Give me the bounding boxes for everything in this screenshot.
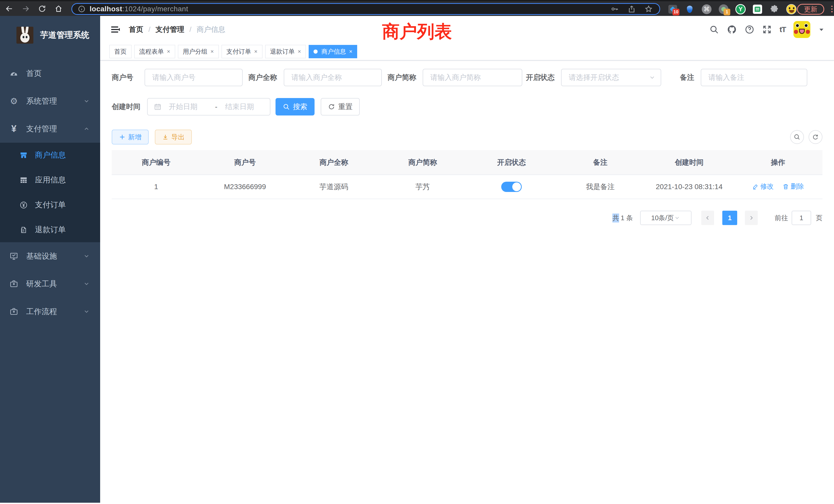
font-size-icon[interactable]: tT	[780, 25, 786, 34]
table-row: 1 M233666999 芋道源码 芋艿 我是备注 2021-10-23 08:…	[112, 175, 822, 199]
browser-home-icon[interactable]	[54, 4, 63, 13]
sidebar-item-system[interactable]: ⚙ 系统管理	[0, 87, 100, 115]
sidebar-item-infrastructure[interactable]: 基础设施	[0, 242, 100, 270]
github-icon[interactable]	[727, 24, 737, 35]
app-logo-row[interactable]: 芋道管理系统	[0, 16, 100, 54]
status-select[interactable]	[561, 69, 661, 86]
end-date-placeholder: 结束日期	[225, 102, 264, 112]
extension-kite-icon[interactable]	[684, 4, 695, 14]
briefcase-icon	[9, 279, 19, 288]
extension-chat-icon[interactable]	[752, 4, 763, 14]
export-button[interactable]: 导出	[155, 130, 192, 144]
sidebar-item-merchant-info[interactable]: 商户信息	[0, 143, 100, 167]
password-key-icon[interactable]	[611, 5, 619, 13]
sidebar-fold-icon[interactable]	[110, 25, 120, 35]
next-page-button[interactable]	[745, 211, 758, 225]
cell-short-name: 芋艿	[378, 175, 467, 199]
reset-button[interactable]: 重置	[321, 98, 360, 115]
extension-record-icon[interactable]: 1	[719, 4, 729, 14]
sidebar-item-dev-tools[interactable]: 研发工具	[0, 270, 100, 298]
tab-user-group[interactable]: 用户分组×	[178, 45, 219, 58]
tab-close-icon[interactable]: ×	[298, 48, 301, 55]
browser-reload-icon[interactable]	[38, 4, 47, 13]
merchant-no-input[interactable]	[145, 69, 243, 86]
share-icon[interactable]	[628, 5, 636, 13]
url-host: localhost	[90, 5, 122, 13]
dashboard-icon	[9, 69, 19, 78]
show-search-button[interactable]	[790, 130, 804, 144]
search-icon[interactable]	[709, 25, 719, 35]
tab-process-form[interactable]: 流程表单×	[134, 45, 175, 58]
cell-full-name: 芋道源码	[289, 175, 378, 199]
merchant-short-name-label: 商户简称	[388, 73, 423, 83]
remark-input[interactable]	[701, 69, 807, 86]
sidebar-item-workflow[interactable]: 工作流程	[0, 298, 100, 325]
breadcrumb-payment[interactable]: 支付管理	[156, 25, 184, 35]
col-header: 商户编号	[112, 150, 200, 175]
refresh-table-button[interactable]	[809, 130, 822, 144]
goto-page-input[interactable]	[792, 211, 811, 225]
date-range-picker[interactable]: 开始日期 - 结束日期	[147, 98, 270, 115]
chevron-up-icon	[83, 125, 90, 132]
delete-link[interactable]: 删除	[783, 182, 804, 191]
create-time-label: 创建时间	[112, 102, 147, 112]
search-icon	[283, 103, 290, 110]
tags-view-bar: 首页 流程表单× 用户分组× 支付订单× 退款订单× 商户信息×	[100, 43, 834, 61]
tab-merchant-info[interactable]: 商户信息×	[309, 45, 357, 58]
extensions-bar: 10 ⌘ 1 Y	[667, 1, 796, 17]
tab-pay-order[interactable]: 支付订单×	[222, 45, 262, 58]
breadcrumb-separator: /	[148, 25, 151, 33]
sidebar-item-refund-order[interactable]: 退款订单	[0, 217, 100, 242]
calendar-icon	[154, 103, 161, 111]
refresh-icon	[328, 103, 335, 110]
page-unit-label: 页	[816, 213, 822, 223]
tab-close-icon[interactable]: ×	[254, 48, 258, 55]
extension-command-icon[interactable]: ⌘	[702, 4, 712, 14]
merchant-full-name-input[interactable]	[284, 69, 382, 86]
tab-refund-order[interactable]: 退款订单×	[265, 45, 306, 58]
sidebar-item-home[interactable]: 首页	[0, 60, 100, 87]
tab-close-icon[interactable]: ×	[349, 48, 352, 55]
page-number-1[interactable]: 1	[722, 211, 737, 225]
chevron-down-icon	[83, 280, 90, 287]
yen-circle-icon	[19, 201, 28, 209]
extension-y-icon[interactable]: Y	[736, 4, 746, 14]
extension-diamond-icon[interactable]: 10	[667, 4, 678, 14]
chevron-down-icon	[83, 308, 90, 315]
fullscreen-icon[interactable]	[762, 25, 772, 35]
status-toggle[interactable]	[501, 182, 522, 192]
cell-status	[467, 175, 556, 199]
prev-page-button[interactable]	[701, 211, 714, 225]
help-icon[interactable]	[745, 25, 754, 35]
browser-back-icon[interactable]	[5, 4, 14, 13]
search-button[interactable]: 搜索	[276, 98, 314, 115]
site-info-icon[interactable]	[78, 5, 86, 13]
plus-icon	[119, 134, 126, 140]
sidebar-item-payment[interactable]: ¥ 支付管理	[0, 115, 100, 143]
date-range-separator: -	[207, 102, 225, 111]
merchant-short-name-input[interactable]	[423, 69, 522, 86]
breadcrumb-home[interactable]: 首页	[129, 25, 143, 35]
grid-icon	[19, 176, 28, 184]
extension-emoji-icon[interactable]	[786, 4, 796, 14]
edit-link[interactable]: 修改	[752, 182, 774, 191]
sidebar-item-app-info[interactable]: 应用信息	[0, 167, 100, 192]
address-bar[interactable]: localhost:1024/pay/merchant	[71, 3, 660, 15]
extension-badge: 1	[724, 9, 730, 16]
browser-forward-icon[interactable]	[21, 4, 30, 13]
tab-close-icon[interactable]: ×	[167, 48, 170, 55]
tab-home[interactable]: 首页	[109, 45, 131, 58]
remark-label: 备注	[668, 73, 701, 83]
page-size-select[interactable]: 10条/页	[640, 211, 692, 225]
sidebar-item-pay-order[interactable]: 支付订单	[0, 192, 100, 217]
browser-menu-icon[interactable]	[828, 4, 834, 14]
user-avatar[interactable]	[793, 21, 810, 38]
col-header: 商户号	[200, 150, 289, 175]
tab-close-icon[interactable]: ×	[211, 48, 214, 55]
extensions-puzzle-icon[interactable]	[769, 4, 780, 14]
add-button[interactable]: 新增	[112, 130, 149, 144]
caret-down-icon[interactable]	[818, 26, 825, 33]
download-icon	[162, 134, 169, 140]
bookmark-star-icon[interactable]	[644, 5, 653, 13]
browser-update-button[interactable]: 更新	[797, 4, 824, 15]
